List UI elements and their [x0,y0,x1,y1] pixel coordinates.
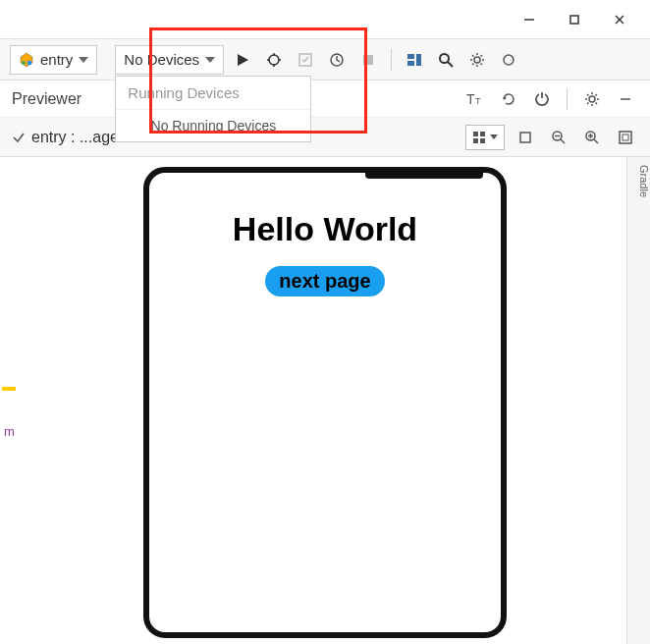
left-gutter: m [0,157,22,644]
profile-button[interactable] [324,47,350,73]
svg-line-41 [594,139,598,143]
previewer-bar: Previewer TT [0,80,650,118]
zoom-out-icon[interactable] [546,125,571,150]
previewer-title: Previewer [12,90,81,108]
main-toolbar: entry No Devices Running Devices No Runn… [0,39,650,80]
close-button[interactable] [597,4,642,35]
project-structure-button[interactable] [402,47,427,73]
svg-rect-19 [407,61,414,66]
device-dropdown: Running Devices No Running Devices [115,76,311,142]
svg-rect-6 [27,61,31,65]
power-button[interactable] [529,86,555,112]
svg-rect-1 [570,16,578,24]
text-size-button[interactable]: TT [462,86,488,112]
svg-marker-9 [238,54,248,66]
device-label: No Devices [124,51,199,68]
module-icon [19,52,34,68]
svg-rect-20 [416,54,421,66]
svg-rect-36 [520,133,530,142]
right-tab-gradle[interactable]: Gradle [638,165,650,197]
module-selector[interactable]: entry [10,45,97,75]
svg-rect-32 [480,132,485,136]
device-frame: Hello World next page [143,167,507,638]
next-page-button[interactable]: next page [265,266,384,296]
svg-rect-34 [480,138,485,143]
device-selector[interactable]: No Devices Running Devices No Running De… [115,45,224,75]
chevron-down-icon [79,57,88,63]
svg-line-38 [561,139,565,143]
svg-point-21 [440,54,449,63]
dropdown-header: Running Devices [116,77,310,110]
svg-point-10 [269,55,279,65]
stop-button[interactable] [355,47,381,73]
check-icon [12,131,26,144]
gutter-highlight [2,387,16,391]
toolbar-divider [391,49,392,71]
module-label: entry [40,51,73,68]
svg-rect-18 [407,54,414,59]
run-button[interactable] [230,47,255,73]
toolbar-divider [567,88,568,110]
refresh-button[interactable] [496,86,521,112]
zoom-in-icon[interactable] [579,125,605,150]
svg-point-24 [504,55,514,65]
device-notch [365,173,483,179]
maximize-button[interactable] [552,4,597,35]
svg-point-5 [22,61,26,65]
svg-line-22 [448,62,453,67]
layout-mode-button[interactable] [465,125,505,150]
svg-rect-45 [623,134,628,140]
svg-marker-8 [205,57,215,63]
svg-point-29 [589,96,595,102]
crop-icon[interactable] [513,125,538,150]
chevron-down-icon [205,57,215,63]
minimize-button[interactable] [507,4,552,35]
search-button[interactable] [433,47,459,73]
svg-rect-17 [363,55,373,65]
preview-area: m Hello World next page Gradle [0,157,650,644]
svg-marker-7 [79,57,88,63]
collapse-icon[interactable] [613,86,638,112]
svg-rect-31 [473,132,478,136]
settings-button[interactable] [464,47,490,73]
svg-marker-27 [504,96,507,100]
gear-icon[interactable] [579,86,605,112]
entry-bar: entry : ...age [0,118,650,157]
preview-heading: Hello World [149,210,501,248]
svg-rect-33 [473,138,478,143]
coverage-button[interactable] [293,47,318,73]
gutter-letter: m [4,424,15,439]
more-icon[interactable] [496,47,521,73]
right-sidebar[interactable]: Gradle [626,157,650,644]
window-titlebar [0,0,650,39]
dropdown-empty: No Running Devices [116,110,310,141]
svg-marker-35 [490,134,498,139]
svg-text:T: T [475,96,481,106]
svg-point-23 [474,57,480,63]
fullscreen-icon[interactable] [613,125,638,150]
debug-button[interactable] [261,47,287,73]
svg-text:T: T [466,91,475,107]
svg-rect-44 [620,132,631,143]
